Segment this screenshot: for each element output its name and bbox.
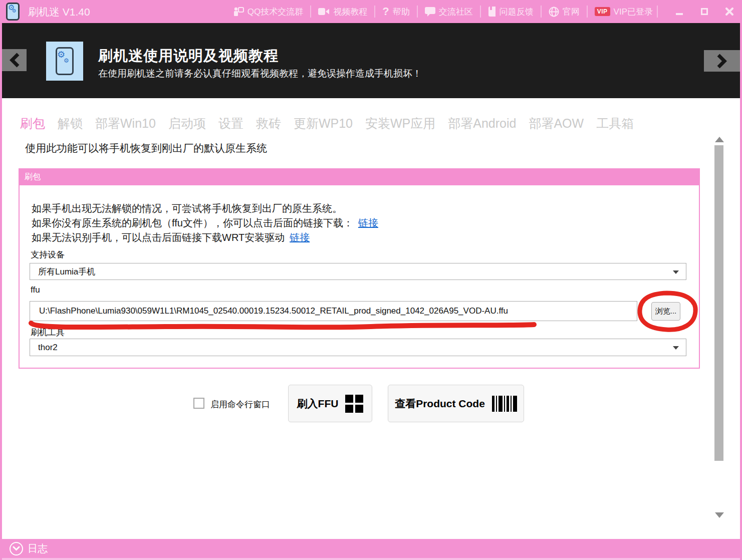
globe-icon (549, 7, 559, 17)
app-window: ⚙ ⚙ 刷机迷 V1.40 QQ技术交流群 视频教程 ? 帮助 (0, 0, 742, 560)
info-line-1: 如果手机出现无法解锁的情况，可尝试将手机恢复到出厂的原生系统。 (32, 202, 342, 215)
menu-separator (541, 6, 542, 18)
banner-phone-icon: ⚙ ⚙ (46, 42, 83, 81)
enable-cmd-window-checkbox[interactable] (193, 398, 204, 409)
menu-vip-status[interactable]: VIP VIP已登录 (595, 6, 653, 18)
menu-label: 帮助 (393, 6, 410, 18)
community-icon (425, 7, 435, 17)
menu-community[interactable]: 交流社区 (425, 6, 473, 18)
page-description: 使用此功能可以将手机恢复到刚出厂的默认原生系统 (25, 141, 267, 155)
menu-separator (417, 6, 418, 18)
help-icon: ? (382, 5, 389, 18)
scrollbar-up-arrow[interactable] (715, 137, 724, 142)
log-toggle-bar[interactable]: 日志 (0, 539, 742, 560)
chevron-left-icon (9, 53, 20, 68)
menu-label: QQ技术交流群 (248, 6, 303, 18)
banner-subtitle: 在使用刷机迷之前请务必认真仔细观看视频教程，避免误操作造成手机损坏！ (98, 67, 422, 80)
chevron-down-icon (673, 270, 679, 274)
wrt-driver-link[interactable]: 链接 (290, 232, 310, 243)
header-banner: ⚙ ⚙ 刷机迷使用说明及视频教程 在使用刷机迷之前请务必认真仔细观看视频教程，避… (0, 23, 742, 98)
menu-feedback[interactable]: 问题反馈 (488, 6, 534, 18)
qq-group-icon (233, 7, 244, 17)
menu-help[interactable]: ? 帮助 (382, 5, 409, 18)
minimize-icon (676, 13, 683, 15)
titlebar-menu: QQ技术交流群 视频教程 ? 帮助 交流社区 (233, 0, 653, 23)
tab-flash-package[interactable]: 刷包 (20, 115, 45, 132)
groupbox-title: 刷包 (19, 168, 700, 185)
banner-title: 刷机迷使用说明及视频教程 (98, 46, 279, 66)
tab-unbrick[interactable]: 救砖 (256, 115, 281, 132)
browse-button[interactable]: 浏览... (651, 302, 680, 321)
tab-update-wp10[interactable]: 更新WP10 (294, 115, 353, 132)
enable-cmd-window-label: 启用命令行窗口 (210, 399, 270, 410)
menu-separator (310, 6, 311, 18)
tab-unlock[interactable]: 解锁 (58, 115, 83, 132)
flash-ffu-button[interactable]: 刷入FFU (288, 385, 372, 422)
log-label: 日志 (28, 542, 48, 555)
menu-separator (374, 6, 375, 18)
menu-label: 视频教程 (333, 6, 367, 18)
barcode-icon (492, 396, 517, 412)
banner-next-button[interactable] (704, 50, 740, 72)
window-controls (657, 0, 742, 23)
tab-install-wp-apps[interactable]: 安装WP应用 (365, 115, 435, 132)
flash-tool-select[interactable]: thor2 (30, 339, 686, 356)
info-line-3: 如果无法识别手机，可以点击后面链接下载WRT安装驱动链接 (32, 231, 310, 244)
menu-video-tutorial[interactable]: 视频教程 (318, 6, 367, 18)
feedback-icon (488, 7, 496, 17)
chevron-right-icon (716, 54, 727, 69)
scrollbar-thumb[interactable] (714, 145, 723, 461)
menu-label: VIP已登录 (614, 6, 653, 18)
menu-label: 问题反馈 (500, 6, 534, 18)
windows-logo-icon (345, 395, 363, 413)
chevron-down-circle-icon (10, 542, 23, 555)
ffu-path-input[interactable]: U:\FlashPhone\Lumia930\059W1L1\RM1045_02… (30, 301, 637, 321)
window-border-left (0, 23, 2, 560)
chevron-down-icon (673, 346, 679, 350)
minimize-button[interactable] (667, 0, 692, 23)
device-select[interactable]: 所有Lumia手机 (30, 263, 686, 280)
tab-deploy-aow[interactable]: 部署AOW (529, 115, 584, 132)
scrollbar-down-arrow[interactable] (715, 512, 724, 518)
ffu-label: ffu (31, 285, 40, 295)
device-label: 支持设备 (31, 249, 65, 260)
menu-separator (587, 6, 588, 18)
flash-tool-label: 刷机工具 (31, 327, 65, 338)
tab-bar: 刷包 解锁 部署Win10 启动项 设置 救砖 更新WP10 安装WP应用 部署… (20, 115, 634, 132)
view-product-code-button[interactable]: 查看Product Code (388, 385, 524, 422)
menu-qq-group[interactable]: QQ技术交流群 (233, 6, 303, 18)
menu-separator (657, 6, 658, 18)
tab-toolbox[interactable]: 工具箱 (596, 115, 634, 132)
menu-label: 官网 (563, 6, 580, 18)
close-icon (725, 8, 733, 16)
window-border-right (740, 23, 742, 560)
banner-prev-button[interactable] (2, 49, 27, 71)
menu-separator (480, 6, 481, 18)
info-line-2: 如果你没有原生系统的刷机包（ffu文件），你可以点击后面的链接下载：链接 (32, 216, 378, 230)
tab-boot-options[interactable]: 启动项 (168, 115, 206, 132)
app-logo-icon: ⚙ ⚙ (6, 3, 20, 21)
titlebar: ⚙ ⚙ 刷机迷 V1.40 QQ技术交流群 视频教程 ? 帮助 (0, 0, 742, 23)
tab-deploy-win10[interactable]: 部署Win10 (95, 115, 156, 132)
maximize-button[interactable] (692, 0, 717, 23)
ffu-download-link[interactable]: 链接 (358, 217, 378, 228)
menu-official-site[interactable]: 官网 (549, 6, 580, 18)
close-button[interactable] (717, 0, 742, 23)
tab-settings[interactable]: 设置 (218, 115, 243, 132)
app-title: 刷机迷 V1.40 (28, 5, 90, 19)
tab-deploy-android[interactable]: 部署Android (448, 115, 516, 132)
vip-badge-icon: VIP (595, 7, 610, 16)
menu-label: 交流社区 (439, 6, 473, 18)
video-icon (318, 8, 330, 16)
maximize-icon (701, 8, 708, 15)
